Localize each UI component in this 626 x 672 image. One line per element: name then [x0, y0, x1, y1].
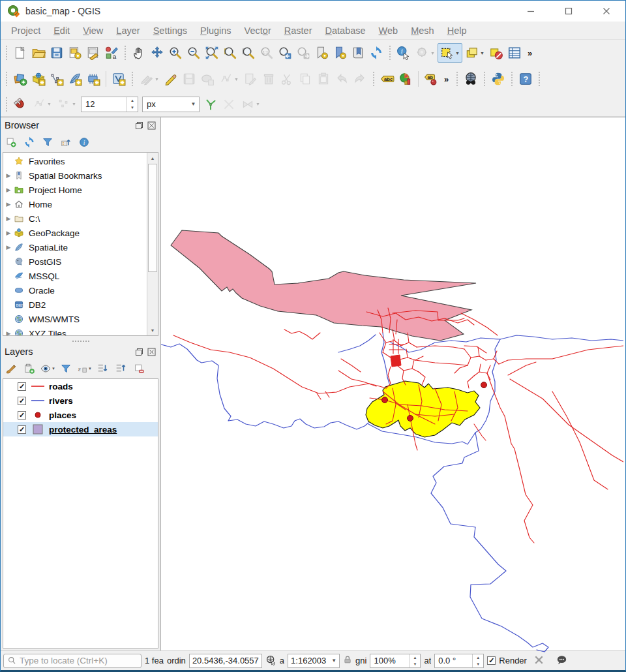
zoom-to-layer-button[interactable]	[239, 43, 258, 63]
toolbar-grip[interactable]	[6, 97, 7, 112]
menu-mesh[interactable]: Mesh	[404, 23, 440, 38]
browser-item-favorites[interactable]: Favorites	[3, 154, 147, 168]
rotation-spinbox[interactable]: 0.0 ° ▲▼	[434, 654, 484, 668]
scale-combo[interactable]: 1:162003 ▼	[288, 654, 340, 668]
chevron-down-icon[interactable]: ▼	[47, 102, 52, 106]
current-edits-button[interactable]: ▼	[137, 69, 162, 89]
scale-lock-icon[interactable]	[343, 655, 352, 666]
spin-up-icon[interactable]: ▲	[127, 97, 138, 104]
zoom-to-selection-button[interactable]	[221, 43, 239, 63]
browser-item-spatial-bookmarks[interactable]: ▶Spatial Bookmarks	[3, 168, 147, 183]
zoom-full-button[interactable]	[203, 43, 221, 63]
new-spatial-bookmark-button[interactable]	[312, 43, 331, 63]
add-selected-layers-button[interactable]	[3, 134, 19, 150]
metasearch-button[interactable]	[462, 69, 480, 89]
close-button[interactable]	[588, 1, 625, 22]
new-virtual-layer-button[interactable]	[110, 69, 128, 89]
messages-icon[interactable]	[556, 655, 567, 667]
menu-plugins[interactable]: Plugins	[194, 23, 238, 38]
render-checkbox[interactable]: ✓	[487, 656, 496, 665]
layer-item-protected-areas[interactable]: ✓protected_areas	[3, 422, 158, 436]
toggle-editing-button[interactable]	[162, 69, 180, 89]
open-layer-styling-button[interactable]	[3, 361, 19, 376]
menu-layer[interactable]: Layer	[110, 23, 146, 38]
open-data-source-manager-button[interactable]	[11, 69, 29, 89]
layer-item-places[interactable]: ✓places	[3, 408, 158, 422]
new-project-button[interactable]	[11, 43, 29, 63]
coordinate-input[interactable]: 20.5436,-34.0557	[189, 654, 262, 668]
extents-toggle-icon[interactable]	[265, 654, 276, 667]
snapping-on-intersection-button[interactable]	[220, 95, 238, 114]
layers-float-button[interactable]	[134, 347, 144, 357]
menu-vector[interactable]: Vector	[238, 23, 278, 38]
avoid-overlap-button[interactable]: ▼	[238, 95, 263, 114]
vertex-tool-button[interactable]: ▼	[216, 69, 241, 89]
layer-visibility-checkbox[interactable]: ✓	[18, 411, 26, 420]
layer-item-rivers[interactable]: ✓rivers	[3, 393, 158, 408]
browser-item-mssql[interactable]: MSSQL	[3, 269, 147, 283]
chevron-down-icon[interactable]: ▼	[480, 51, 484, 55]
digitize-with-shape-button[interactable]	[198, 69, 216, 89]
chevron-down-icon[interactable]: ▼	[455, 51, 460, 55]
paste-features-button[interactable]	[314, 69, 333, 89]
zoom-last-button[interactable]	[276, 43, 294, 63]
zoom-in-button[interactable]	[166, 43, 185, 63]
pan-map-button[interactable]	[130, 43, 148, 63]
expand-arrow-icon[interactable]: ▶	[3, 187, 14, 193]
browser-item-home[interactable]: ▶Home	[3, 197, 147, 211]
browser-item-c[interactable]: ▶C:\	[3, 211, 147, 226]
browser-item-db2[interactable]: DB2DB2	[3, 298, 147, 312]
layout-manager-button[interactable]	[84, 43, 102, 63]
toolbar-overflow-1[interactable]: »	[524, 48, 536, 58]
expand-arrow-icon[interactable]: ▶	[3, 244, 14, 251]
new-spatialite-layer-button[interactable]	[66, 69, 84, 89]
toolbar-grip[interactable]	[511, 72, 513, 86]
spin-down-icon[interactable]: ▼	[473, 661, 483, 667]
chevron-down-icon[interactable]: ▼	[52, 367, 55, 371]
toolbar-grip[interactable]	[6, 72, 7, 86]
browser-item-geopackage[interactable]: ▶GeoPackage	[3, 226, 147, 240]
expand-arrow-icon[interactable]: ▶	[3, 330, 14, 336]
show-bookmark-manager-button[interactable]	[349, 43, 367, 63]
toolbar-grip[interactable]	[539, 72, 540, 86]
map-canvas[interactable]	[160, 117, 625, 650]
browser-item-oracle[interactable]: Oracle	[3, 283, 147, 298]
delete-selected-button[interactable]	[260, 69, 278, 89]
stop-render-icon[interactable]	[534, 655, 544, 667]
redo-button[interactable]	[351, 69, 369, 89]
filter-by-expression-button[interactable]: ε▼	[76, 361, 92, 376]
browser-item-postgis[interactable]: PostGIS	[3, 254, 147, 269]
menu-project[interactable]: Project	[5, 23, 47, 38]
menu-edit[interactable]: Edit	[47, 23, 76, 38]
save-project-button[interactable]	[48, 43, 66, 63]
new-geopackage-layer-button[interactable]	[29, 69, 48, 89]
layer-visibility-checkbox[interactable]: ✓	[18, 382, 26, 391]
style-manager-button[interactable]: a	[102, 43, 121, 63]
chevron-down-icon[interactable]: ▼	[72, 102, 76, 106]
refresh-map-button[interactable]	[367, 43, 385, 63]
select-features-button[interactable]: ▼	[438, 43, 462, 63]
undo-button[interactable]	[333, 69, 351, 89]
zoom-native-button[interactable]: 1:1	[258, 43, 276, 63]
layer-item-roads[interactable]: ✓roads	[3, 379, 158, 393]
menu-view[interactable]: View	[76, 23, 110, 38]
browser-close-button[interactable]	[147, 121, 156, 130]
zoom-next-button[interactable]	[294, 43, 312, 63]
toolbar-grip[interactable]	[125, 46, 126, 60]
chevron-down-icon[interactable]: ▼	[88, 367, 92, 371]
toolbar-overflow-2[interactable]: »	[440, 74, 453, 84]
identify-features-button[interactable]: i	[395, 43, 413, 63]
toolbar-grip[interactable]	[484, 72, 485, 86]
menu-settings[interactable]: Settings	[147, 23, 194, 38]
remove-layer-button[interactable]	[131, 361, 147, 376]
layer-visibility-checkbox[interactable]: ✓	[18, 397, 26, 405]
snapping-units-combo[interactable]: px▼	[142, 97, 200, 112]
magnifier-spinbox[interactable]: 100% ▲▼	[370, 654, 421, 668]
layer-labeling-options-button[interactable]: abc	[378, 69, 396, 89]
add-group-button[interactable]	[22, 361, 37, 376]
spin-up-icon[interactable]: ▲	[473, 654, 483, 661]
toolbar-grip[interactable]	[373, 72, 374, 86]
filter-legend-button[interactable]	[58, 361, 74, 376]
chevron-down-icon[interactable]: ▼	[430, 51, 435, 55]
select-features-by-value-button[interactable]: ▼	[462, 43, 487, 63]
